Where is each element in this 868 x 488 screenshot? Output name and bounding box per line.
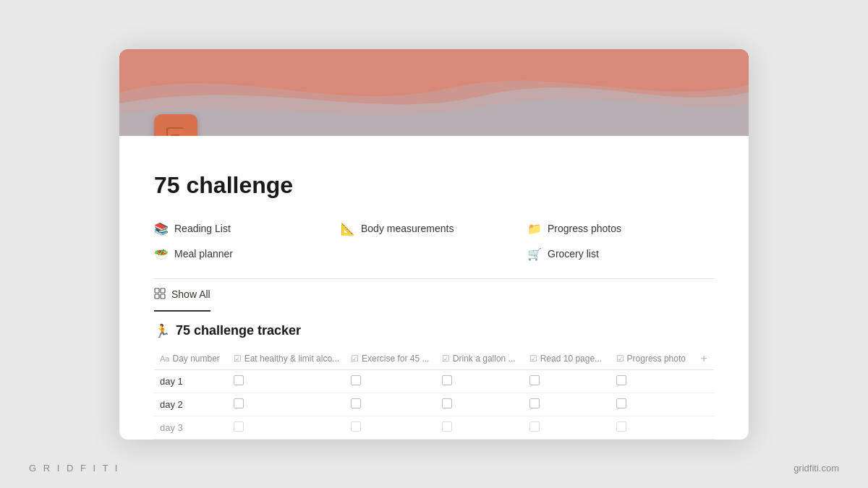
cell-check-3-5[interactable] bbox=[610, 416, 695, 439]
svg-rect-3 bbox=[171, 134, 179, 136]
link-reading-list[interactable]: 📚 Reading List bbox=[154, 216, 341, 241]
col-day-icon: Aa bbox=[160, 354, 169, 363]
link-meal-planner[interactable]: 🥗 Meal planner bbox=[154, 241, 341, 267]
cell-check-1-4[interactable] bbox=[524, 369, 610, 393]
links-grid: 📚 Reading List 📐 Body measurements 📁 Pro… bbox=[154, 216, 714, 267]
col-header-eat-healthy: ☑ Eat healthy & limit alco... bbox=[228, 348, 345, 370]
cell-check-1-1[interactable] bbox=[228, 369, 345, 393]
meal-planner-label: Meal planner bbox=[174, 248, 233, 260]
checkbox[interactable] bbox=[234, 398, 244, 408]
cell-day-1: day 1 bbox=[154, 369, 228, 393]
col-add[interactable]: + bbox=[694, 348, 714, 370]
col-eat-icon: ☑ bbox=[234, 354, 242, 364]
col-header-exercise: ☑ Exercise for 45 ... bbox=[345, 348, 436, 370]
show-all-button[interactable]: Show All bbox=[154, 279, 210, 312]
checkbox[interactable] bbox=[529, 421, 540, 432]
progress-photos-label: Progress photos bbox=[548, 223, 621, 234]
progress-photos-icon: 📁 bbox=[527, 222, 542, 236]
checkbox[interactable] bbox=[529, 375, 540, 385]
svg-rect-4 bbox=[155, 288, 159, 293]
checkbox[interactable] bbox=[234, 375, 244, 385]
cell-check-2-3[interactable] bbox=[436, 393, 524, 416]
meal-planner-icon: 🥗 bbox=[154, 247, 169, 261]
cell-check-1-2[interactable] bbox=[345, 369, 436, 393]
svg-rect-5 bbox=[161, 288, 165, 293]
cell-check-2-5[interactable] bbox=[610, 393, 695, 416]
checkbox[interactable] bbox=[616, 421, 626, 432]
table-row: day 2 bbox=[154, 393, 714, 416]
notion-window: 75 challenge 📚 Reading List 📐 Body measu… bbox=[119, 49, 749, 440]
body-measurements-icon: 📐 bbox=[341, 222, 355, 236]
checkbox[interactable] bbox=[442, 421, 452, 432]
table-icon bbox=[154, 288, 166, 301]
cell-day-3: day 3 bbox=[154, 416, 228, 439]
cell-check-2-1[interactable] bbox=[228, 393, 345, 416]
body-measurements-label: Body measurements bbox=[361, 223, 454, 234]
table-row: day 3 bbox=[154, 416, 714, 439]
show-all-label: Show All bbox=[171, 288, 210, 300]
col-drink-icon: ☑ bbox=[442, 354, 450, 364]
checkbox[interactable] bbox=[351, 375, 361, 385]
checkbox[interactable] bbox=[442, 375, 452, 385]
cell-check-2-2[interactable] bbox=[345, 393, 436, 416]
checkbox[interactable] bbox=[616, 375, 626, 385]
cell-check-3-3[interactable] bbox=[436, 416, 524, 439]
grocery-list-label: Grocery list bbox=[548, 248, 599, 260]
checkbox[interactable] bbox=[351, 398, 361, 408]
reading-list-label: Reading List bbox=[174, 223, 231, 234]
col-read-icon: ☑ bbox=[529, 354, 537, 364]
table-header-row: Aa Day number ☑ Eat healthy & limit alco… bbox=[154, 348, 714, 370]
svg-rect-6 bbox=[155, 294, 159, 299]
watermark-left: G R I D F I T I bbox=[29, 463, 119, 474]
row-add bbox=[694, 416, 714, 439]
row-add bbox=[694, 393, 714, 416]
cell-check-1-5[interactable] bbox=[610, 369, 695, 393]
cell-check-3-2[interactable] bbox=[345, 416, 436, 439]
tracker-table: Aa Day number ☑ Eat healthy & limit alco… bbox=[154, 348, 714, 440]
tracker-icon: 🏃 bbox=[154, 323, 170, 339]
watermark-right: gridfiti.com bbox=[793, 463, 839, 474]
checkbox[interactable] bbox=[351, 421, 361, 432]
page-icon bbox=[154, 114, 197, 136]
col-header-day: Aa Day number bbox=[154, 348, 228, 370]
content-area: 75 challenge 📚 Reading List 📐 Body measu… bbox=[119, 136, 749, 440]
cell-check-1-3[interactable] bbox=[436, 369, 524, 393]
checkbox[interactable] bbox=[529, 398, 540, 408]
col-header-photo: ☑ Progress photo bbox=[610, 348, 695, 370]
checkbox[interactable] bbox=[234, 421, 244, 432]
cell-check-2-4[interactable] bbox=[524, 393, 610, 416]
grocery-list-icon: 🛒 bbox=[527, 247, 542, 261]
tracker-section: 🏃 75 challenge tracker Aa Day number bbox=[154, 323, 714, 440]
col-header-read: ☑ Read 10 page... bbox=[524, 348, 610, 370]
link-body-measurements[interactable]: 📐 Body measurements bbox=[341, 216, 527, 241]
col-photo-icon: ☑ bbox=[616, 354, 624, 364]
cell-day-2: day 2 bbox=[154, 393, 228, 416]
tracker-title: 🏃 75 challenge tracker bbox=[154, 323, 714, 339]
reading-list-icon: 📚 bbox=[154, 222, 169, 236]
table-row: day 1 bbox=[154, 369, 714, 393]
col-header-drink: ☑ Drink a gallon ... bbox=[436, 348, 524, 370]
checkbox[interactable] bbox=[616, 398, 626, 408]
col-exercise-icon: ☑ bbox=[351, 354, 359, 364]
row-add bbox=[694, 369, 714, 393]
link-grocery-list[interactable]: 🛒 Grocery list bbox=[527, 241, 714, 267]
svg-rect-7 bbox=[161, 294, 165, 299]
divider bbox=[154, 278, 714, 279]
cell-check-3-1[interactable] bbox=[228, 416, 345, 439]
link-progress-photos[interactable]: 📁 Progress photos bbox=[527, 216, 714, 241]
page-title: 75 challenge bbox=[154, 172, 714, 199]
tracker-title-text: 75 challenge tracker bbox=[176, 323, 301, 338]
cover-image bbox=[119, 49, 749, 136]
checkbox[interactable] bbox=[442, 398, 452, 408]
cell-check-3-4[interactable] bbox=[524, 416, 610, 439]
